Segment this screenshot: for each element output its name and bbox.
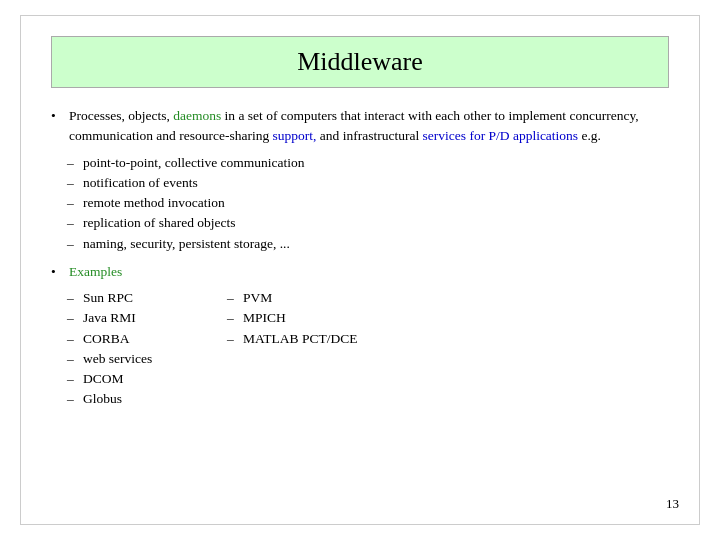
- main-text-prefix: Processes, objects,: [69, 108, 173, 123]
- example-col2-item-2: – MPICH: [227, 308, 387, 328]
- sub-dash: –: [67, 193, 83, 213]
- example-col1-label-1: Sun RPC: [83, 288, 133, 308]
- eg-text: e.g.: [578, 128, 601, 143]
- support-text: support,: [273, 128, 317, 143]
- main-bullet-text: Processes, objects, daemons in a set of …: [69, 106, 669, 147]
- sub-item-label-1: point-to-point, collective communication: [83, 153, 305, 173]
- example-col1-item-3: – CORBA: [67, 329, 227, 349]
- sub-dash: –: [67, 153, 83, 173]
- slide-title: Middleware: [297, 47, 423, 76]
- example-col1-label-3: CORBA: [83, 329, 130, 349]
- example-col1-item-4: – web services: [67, 349, 227, 369]
- main-text-end: and infrastructural: [316, 128, 422, 143]
- example-col1-item-5: – DCOM: [67, 369, 227, 389]
- sub-dash: –: [227, 308, 243, 328]
- sub-dash: –: [67, 389, 83, 409]
- example-col2-label-3: MATLAB PCT/DCE: [243, 329, 357, 349]
- services-text: services for P/D applications: [423, 128, 579, 143]
- example-col1-item-1: – Sun RPC: [67, 288, 227, 308]
- main-bullet: • Processes, objects, daemons in a set o…: [51, 106, 669, 147]
- sub-dash: –: [67, 213, 83, 233]
- examples-section: • Examples – Sun RPC – Java RMI –: [51, 262, 669, 410]
- sub-items-list: – point-to-point, collective communicati…: [67, 153, 669, 254]
- sub-item-label-3: remote method invocation: [83, 193, 225, 213]
- examples-col2: – PVM – MPICH – MATLAB PCT/DCE: [227, 288, 387, 410]
- sub-item-label-2: notification of events: [83, 173, 198, 193]
- example-col2-label-1: PVM: [243, 288, 272, 308]
- sub-dash: –: [67, 369, 83, 389]
- sub-item-2: – notification of events: [67, 173, 669, 193]
- sub-dash: –: [67, 329, 83, 349]
- daemons-text: daemons: [173, 108, 221, 123]
- sub-dash: –: [227, 329, 243, 349]
- content-area: • Processes, objects, daemons in a set o…: [51, 106, 669, 410]
- sub-dash: –: [67, 308, 83, 328]
- examples-col1: – Sun RPC – Java RMI – CORBA – web servi…: [67, 288, 227, 410]
- sub-item-4: – replication of shared objects: [67, 213, 669, 233]
- sub-dash: –: [67, 288, 83, 308]
- sub-item-label-4: replication of shared objects: [83, 213, 236, 233]
- sub-dash: –: [67, 173, 83, 193]
- examples-grid: – Sun RPC – Java RMI – CORBA – web servi…: [67, 288, 669, 410]
- examples-bullet: • Examples: [51, 262, 669, 282]
- example-col2-label-2: MPICH: [243, 308, 286, 328]
- example-col1-label-6: Globus: [83, 389, 122, 409]
- example-col1-label-5: DCOM: [83, 369, 124, 389]
- sub-dash: –: [67, 234, 83, 254]
- sub-item-3: – remote method invocation: [67, 193, 669, 213]
- example-col2-item-1: – PVM: [227, 288, 387, 308]
- example-col1-item-6: – Globus: [67, 389, 227, 409]
- example-col1-label-4: web services: [83, 349, 152, 369]
- title-box: Middleware: [51, 36, 669, 88]
- sub-item-5: – naming, security, persistent storage, …: [67, 234, 669, 254]
- bullet-dot: •: [51, 106, 69, 147]
- page-number: 13: [666, 496, 679, 512]
- sub-item-1: – point-to-point, collective communicati…: [67, 153, 669, 173]
- sub-item-label-5: naming, security, persistent storage, ..…: [83, 234, 290, 254]
- sub-dash: –: [67, 349, 83, 369]
- example-col1-label-2: Java RMI: [83, 308, 136, 328]
- example-col1-item-2: – Java RMI: [67, 308, 227, 328]
- example-col2-item-3: – MATLAB PCT/DCE: [227, 329, 387, 349]
- slide: Middleware • Processes, objects, daemons…: [20, 15, 700, 525]
- sub-dash: –: [227, 288, 243, 308]
- examples-label: Examples: [69, 262, 122, 282]
- bullet-dot-2: •: [51, 262, 69, 282]
